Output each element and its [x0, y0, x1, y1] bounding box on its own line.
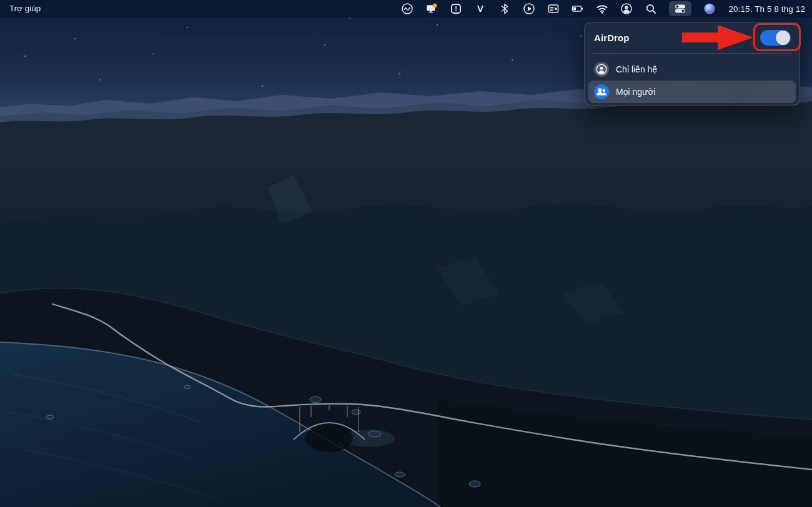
svg-text:!: ! — [455, 5, 458, 12]
adobe-creative-cloud-icon[interactable] — [401, 2, 413, 15]
menu-bar-status-area: ! V — [401, 0, 812, 17]
battery-icon[interactable] — [572, 2, 584, 15]
airdrop-title: AirDrop — [594, 32, 630, 43]
airdrop-toggle[interactable] — [760, 30, 791, 46]
control-center-icon[interactable] — [669, 1, 691, 16]
airdrop-option-contacts-only[interactable]: Chỉ liên hệ — [588, 58, 796, 81]
airdrop-option-everyone[interactable]: Mọi người — [588, 81, 796, 103]
bluetooth-icon[interactable] — [498, 2, 511, 15]
desktop: Trợ giúp ! — [0, 0, 812, 507]
option-label: Mọi người — [616, 87, 656, 97]
menu-bar: Trợ giúp ! — [0, 0, 812, 17]
display-notification-icon[interactable] — [425, 2, 438, 15]
window-manager-icon[interactable] — [547, 2, 560, 15]
svg-text:V: V — [477, 3, 483, 14]
airdrop-panel: AirDrop Chỉ liên hệ — [584, 22, 800, 106]
contacts-only-icon — [594, 62, 609, 77]
exclamation-box-icon[interactable]: ! — [450, 2, 462, 15]
spotlight-search-icon[interactable] — [645, 2, 657, 15]
wifi-icon[interactable] — [596, 2, 608, 15]
menu-item-help[interactable]: Trợ giúp — [0, 0, 50, 17]
siri-icon[interactable] — [703, 2, 716, 15]
option-label: Chỉ liên hệ — [616, 64, 657, 74]
play-circle-icon[interactable] — [523, 2, 535, 15]
airdrop-options: Chỉ liên hệ Mọi người — [585, 54, 800, 107]
v-app-icon[interactable]: V — [474, 2, 487, 15]
menu-bar-clock[interactable]: 20:15, Th 5 8 thg 12 — [728, 4, 805, 14]
menu-bar-left: Trợ giúp — [0, 0, 50, 17]
airdrop-title-row: AirDrop — [585, 22, 800, 53]
everyone-icon — [594, 84, 609, 99]
toggle-knob — [776, 31, 790, 45]
user-account-icon[interactable] — [620, 2, 633, 15]
